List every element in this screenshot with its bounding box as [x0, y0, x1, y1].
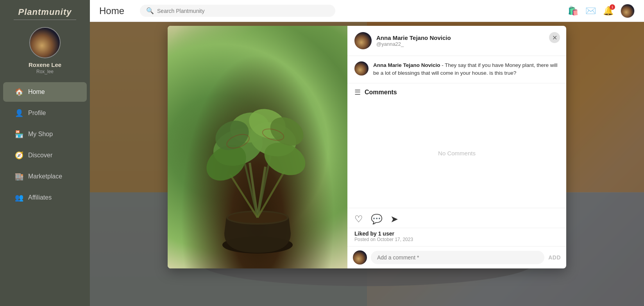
sidebar-user-avatar[interactable]: [29, 27, 61, 58]
page-title: Home: [99, 5, 124, 16]
no-comments-text: No Comments: [438, 150, 476, 157]
search-bar[interactable]: 🔍: [140, 5, 335, 17]
modal-overlay[interactable]: Anna Marie Tejano Novicio @yanna22_ ✕ An…: [90, 22, 644, 306]
messages-button[interactable]: ✉️: [585, 6, 596, 16]
post-image: [168, 26, 347, 268]
post-text-section: Anna Marie Tejano Novicio - They say tha…: [347, 56, 566, 83]
post-author-avatar: [354, 32, 372, 49]
sidebar-item-discover[interactable]: 🧭 Discover: [3, 146, 87, 165]
cart-button[interactable]: 🛍️: [568, 6, 578, 16]
close-button[interactable]: ✕: [549, 32, 560, 43]
comment-button[interactable]: 💬: [371, 214, 383, 225]
sidebar-item-profile[interactable]: 👤 Profile: [3, 103, 87, 123]
app-name: Plantmunity: [18, 7, 72, 17]
feed-area: Anna Marie Tejano Novicio @yanna22_ ✕ An…: [90, 22, 644, 306]
post-actions: ♡ 💬 ➤: [347, 208, 566, 228]
home-icon: 🏠: [15, 88, 23, 96]
comment-input-area: ADD: [347, 246, 566, 268]
topbar-actions: 🛍️ ✉️ 🔔 1: [568, 4, 635, 18]
sidebar-item-my-shop-label: My Shop: [28, 131, 53, 138]
sidebar-item-home-label: Home: [28, 88, 45, 95]
post-author-info: Anna Marie Tejano Novicio @yanna22_: [376, 34, 559, 47]
sidebar-item-profile-label: Profile: [28, 110, 46, 117]
sidebar-logo: Plantmunity: [14, 7, 76, 20]
post-text-body: Anna Marie Tejano Novicio - They say tha…: [373, 61, 559, 77]
modal-header: Anna Marie Tejano Novicio @yanna22_ ✕: [347, 26, 566, 56]
shop-icon: 🏪: [15, 130, 23, 139]
topbar-avatar[interactable]: [621, 4, 635, 18]
comments-header: ☰ Comments: [347, 83, 566, 99]
search-icon: 🔍: [146, 7, 154, 14]
sidebar-username: Roxene Lee: [29, 61, 61, 68]
comments-icon: ☰: [354, 88, 361, 97]
post-author-name: Anna Marie Tejano Novicio: [376, 34, 559, 41]
notifications-button[interactable]: 🔔 1: [603, 6, 614, 16]
marketplace-icon: 🏬: [15, 172, 23, 181]
sidebar-item-my-shop[interactable]: 🏪 My Shop: [3, 124, 87, 144]
comment-input[interactable]: [371, 251, 544, 264]
sidebar-handle: Rox_lee: [36, 69, 54, 74]
affiliates-icon: 👥: [15, 193, 23, 202]
sidebar-item-affiliates[interactable]: 👥 Affiliates: [3, 188, 87, 207]
plant-image-svg: [168, 26, 347, 268]
comment-input-avatar: [353, 250, 367, 265]
post-meta: Liked by 1 user Posted on October 17, 20…: [347, 228, 566, 246]
comments-title: Comments: [365, 89, 397, 96]
comments-body: No Comments: [347, 99, 566, 209]
main-content: Home 🔍 🛍️ ✉️ 🔔 1: [90, 0, 644, 306]
add-comment-button[interactable]: ADD: [548, 254, 561, 261]
post-text-author-avatar: [354, 61, 369, 76]
post-author-handle: @yanna22_: [376, 41, 559, 47]
discover-icon: 🧭: [15, 151, 23, 160]
profile-icon: 👤: [15, 109, 23, 117]
share-button[interactable]: ➤: [390, 214, 398, 225]
post-detail-panel: Anna Marie Tejano Novicio @yanna22_ ✕ An…: [347, 26, 566, 268]
sidebar-item-home[interactable]: 🏠 Home: [3, 82, 87, 102]
notification-badge: 1: [610, 4, 615, 10]
search-input[interactable]: [157, 8, 329, 14]
post-modal: Anna Marie Tejano Novicio @yanna22_ ✕ An…: [168, 26, 566, 268]
sidebar-nav: 🏠 Home 👤 Profile 🏪 My Shop 🧭 Discover 🏬 …: [0, 81, 90, 208]
sidebar-item-discover-label: Discover: [28, 152, 52, 159]
sidebar-item-marketplace[interactable]: 🏬 Marketplace: [3, 167, 87, 186]
post-text-author-name: Anna Marie Tejano Novicio: [373, 62, 440, 68]
sidebar: Plantmunity Roxene Lee Rox_lee 🏠 Home 👤 …: [0, 0, 90, 306]
sidebar-item-marketplace-label: Marketplace: [28, 173, 62, 180]
sidebar-item-affiliates-label: Affiliates: [28, 194, 52, 201]
logo-divider: [14, 20, 76, 20]
likes-count: Liked by 1 user: [354, 230, 559, 237]
like-button[interactable]: ♡: [354, 214, 363, 225]
post-date: Posted on October 17, 2023: [354, 237, 559, 242]
topbar: Home 🔍 🛍️ ✉️ 🔔 1: [90, 0, 644, 22]
